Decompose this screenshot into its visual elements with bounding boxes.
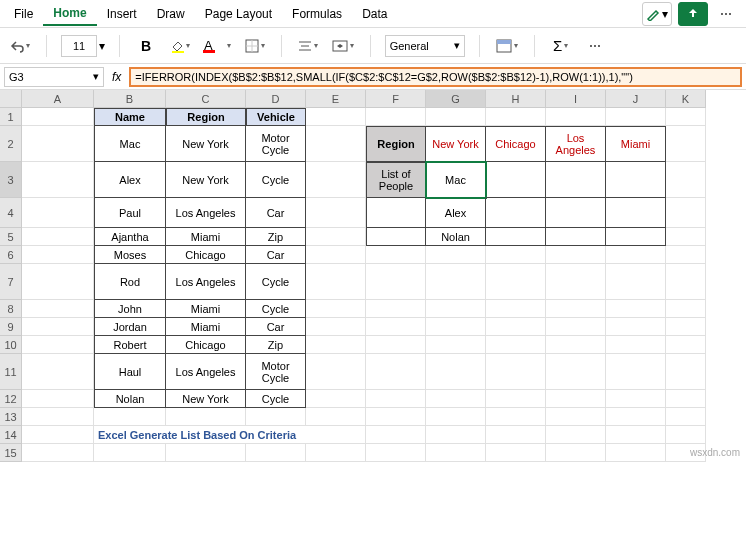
menu-formulas[interactable]: Formulas xyxy=(282,3,352,25)
select-all-corner[interactable] xyxy=(0,90,22,108)
cell-C2[interactable]: New York xyxy=(166,126,246,162)
cell-I7[interactable] xyxy=(546,264,606,300)
row-header-10[interactable]: 10 xyxy=(0,336,22,354)
cell-J1[interactable] xyxy=(606,108,666,126)
cell-I5[interactable] xyxy=(546,228,606,246)
pen-mode-button[interactable]: ▾ xyxy=(642,2,672,26)
cell-H6[interactable] xyxy=(486,246,546,264)
cell-A5[interactable] xyxy=(22,228,94,246)
row-header-5[interactable]: 5 xyxy=(0,228,22,246)
cell-A12[interactable] xyxy=(22,390,94,408)
cell-J3[interactable] xyxy=(606,162,666,198)
row-header-1[interactable]: 1 xyxy=(0,108,22,126)
cell-I4[interactable] xyxy=(546,198,606,228)
cell-D5[interactable]: Zip xyxy=(246,228,306,246)
menu-page-layout[interactable]: Page Layout xyxy=(195,3,282,25)
cell-B14[interactable]: Excel Generate List Based On Criteria xyxy=(94,426,366,444)
cell-G13[interactable] xyxy=(426,408,486,426)
cell-K14[interactable] xyxy=(666,426,706,444)
cell-G3[interactable]: Mac xyxy=(426,162,486,198)
col-header-A[interactable]: A xyxy=(22,90,94,108)
cell-G10[interactable] xyxy=(426,336,486,354)
font-color-button[interactable]: A▾ xyxy=(202,34,233,58)
fill-color-button[interactable]: ▾ xyxy=(168,34,192,58)
cell-H2[interactable]: Chicago xyxy=(486,126,546,162)
col-header-K[interactable]: K xyxy=(666,90,706,108)
cell-E5[interactable] xyxy=(306,228,366,246)
cell-H15[interactable] xyxy=(486,444,546,462)
cell-C3[interactable]: New York xyxy=(166,162,246,198)
borders-button[interactable]: ▾ xyxy=(243,34,267,58)
align-center-button[interactable]: ▾ xyxy=(296,34,320,58)
cell-D3[interactable]: Cycle xyxy=(246,162,306,198)
cell-C12[interactable]: New York xyxy=(166,390,246,408)
cell-C6[interactable]: Chicago xyxy=(166,246,246,264)
cell-E2[interactable] xyxy=(306,126,366,162)
cell-K8[interactable] xyxy=(666,300,706,318)
cell-K13[interactable] xyxy=(666,408,706,426)
cell-F7[interactable] xyxy=(366,264,426,300)
cell-D12[interactable]: Cycle xyxy=(246,390,306,408)
cell-I10[interactable] xyxy=(546,336,606,354)
cell-J5[interactable] xyxy=(606,228,666,246)
cell-C15[interactable] xyxy=(166,444,246,462)
cell-B6[interactable]: Moses xyxy=(94,246,166,264)
cell-G2[interactable]: New York xyxy=(426,126,486,162)
cell-K7[interactable] xyxy=(666,264,706,300)
cell-E10[interactable] xyxy=(306,336,366,354)
cell-B12[interactable]: Nolan xyxy=(94,390,166,408)
row-header-4[interactable]: 4 xyxy=(0,198,22,228)
cell-A7[interactable] xyxy=(22,264,94,300)
cell-E15[interactable] xyxy=(306,444,366,462)
cell-G15[interactable] xyxy=(426,444,486,462)
cell-J11[interactable] xyxy=(606,354,666,390)
cell-J13[interactable] xyxy=(606,408,666,426)
row-header-3[interactable]: 3 xyxy=(0,162,22,198)
cell-H3[interactable] xyxy=(486,162,546,198)
cell-A9[interactable] xyxy=(22,318,94,336)
share-button[interactable] xyxy=(678,2,708,26)
cell-D4[interactable]: Car xyxy=(246,198,306,228)
fx-label[interactable]: fx xyxy=(108,70,125,84)
cell-G7[interactable] xyxy=(426,264,486,300)
font-size-input[interactable] xyxy=(61,35,97,57)
menu-insert[interactable]: Insert xyxy=(97,3,147,25)
cell-K3[interactable] xyxy=(666,162,706,198)
cell-D11[interactable]: Motor Cycle xyxy=(246,354,306,390)
cell-C11[interactable]: Los Angeles xyxy=(166,354,246,390)
cell-E1[interactable] xyxy=(306,108,366,126)
cell-G14[interactable] xyxy=(426,426,486,444)
cell-G1[interactable] xyxy=(426,108,486,126)
cell-B8[interactable]: John xyxy=(94,300,166,318)
cells-area[interactable]: NameRegionVehicleMacNew YorkMotor CycleR… xyxy=(22,108,706,462)
col-header-I[interactable]: I xyxy=(546,90,606,108)
cell-G9[interactable] xyxy=(426,318,486,336)
cell-D8[interactable]: Cycle xyxy=(246,300,306,318)
col-header-E[interactable]: E xyxy=(306,90,366,108)
cell-A15[interactable] xyxy=(22,444,94,462)
cell-A4[interactable] xyxy=(22,198,94,228)
row-header-8[interactable]: 8 xyxy=(0,300,22,318)
cell-H1[interactable] xyxy=(486,108,546,126)
cell-H10[interactable] xyxy=(486,336,546,354)
cell-C4[interactable]: Los Angeles xyxy=(166,198,246,228)
cell-K1[interactable] xyxy=(666,108,706,126)
cell-F10[interactable] xyxy=(366,336,426,354)
cell-B11[interactable]: Haul xyxy=(94,354,166,390)
cell-E7[interactable] xyxy=(306,264,366,300)
cell-D7[interactable]: Cycle xyxy=(246,264,306,300)
cell-H7[interactable] xyxy=(486,264,546,300)
cell-E4[interactable] xyxy=(306,198,366,228)
cell-I1[interactable] xyxy=(546,108,606,126)
cell-F8[interactable] xyxy=(366,300,426,318)
cell-B2[interactable]: Mac xyxy=(94,126,166,162)
row-header-6[interactable]: 6 xyxy=(0,246,22,264)
name-box[interactable]: G3▾ xyxy=(4,67,104,87)
cell-I14[interactable] xyxy=(546,426,606,444)
cell-H11[interactable] xyxy=(486,354,546,390)
conditional-format-button[interactable]: ▾ xyxy=(494,34,520,58)
cell-A6[interactable] xyxy=(22,246,94,264)
col-header-F[interactable]: F xyxy=(366,90,426,108)
row-header-15[interactable]: 15 xyxy=(0,444,22,462)
cell-E9[interactable] xyxy=(306,318,366,336)
